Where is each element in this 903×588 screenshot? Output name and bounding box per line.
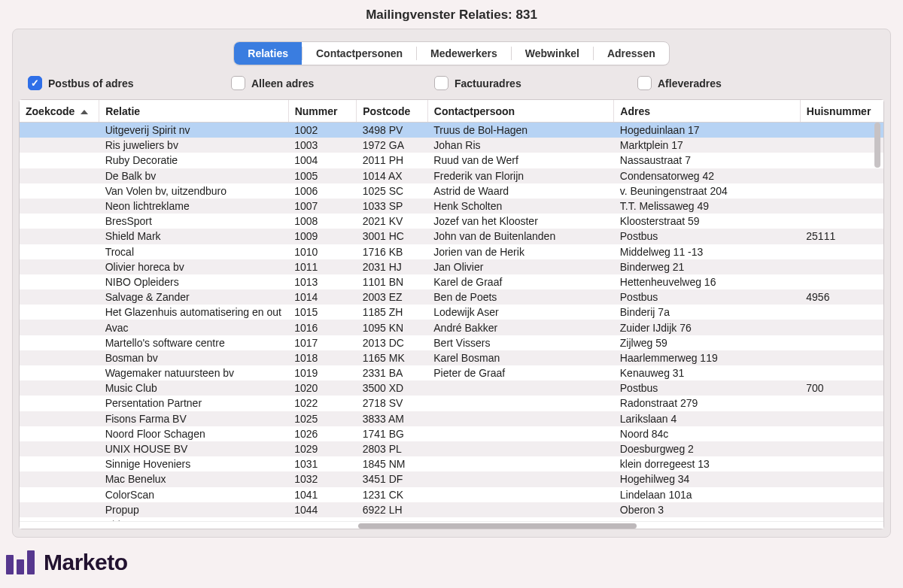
cell-contactpersoon: Ben de Poets	[427, 289, 614, 305]
filter-factuuradres[interactable]: Factuuradres	[434, 76, 637, 90]
tab-contactpersonen[interactable]: Contactpersonen	[303, 42, 416, 65]
table-row[interactable]: Avac10161095 KNAndré BakkerZuider IJdijk…	[20, 320, 883, 335]
cell-zoekcode	[20, 183, 99, 199]
cell-zoekcode	[20, 123, 99, 138]
table-row[interactable]: Shield Mark10093001 HCJohn van de Buiten…	[20, 229, 883, 244]
tab-medewerkers[interactable]: Medewerkers	[417, 42, 511, 65]
footer: Marketo	[0, 538, 903, 581]
col-header-adres[interactable]: Adres	[614, 100, 801, 123]
cell-contactpersoon	[427, 426, 614, 441]
cell-nummer: 1017	[288, 335, 357, 350]
cell-relatie: Wagemaker natuursteen bv	[99, 365, 289, 380]
table-row[interactable]: Propup10446922 LHOberon 3	[20, 502, 883, 517]
cell-postcode: 2003 EZ	[357, 289, 428, 305]
cell-relatie: De Balk bv	[99, 168, 289, 183]
table-row[interactable]: Fisons Farma BV10253833 AMLarikslaan 4	[20, 411, 883, 426]
cell-adres: Kenauweg 31	[614, 365, 801, 380]
col-header-postcode[interactable]: Postcode	[357, 100, 428, 123]
cell-contactpersoon: Jan Olivier	[427, 259, 614, 274]
table-scroll[interactable]: Zoekcode Relatie Nummer Postcode Contact…	[20, 100, 883, 521]
table-row[interactable]: Bosman bv10181165 MKKarel BosmanHaarlemm…	[20, 350, 883, 365]
checkbox-icon[interactable]	[637, 76, 652, 90]
cell-relatie: BresSport	[99, 214, 289, 229]
table-row[interactable]: Wagemaker natuursteen bv10192331 BAPiete…	[20, 365, 883, 380]
table-row[interactable]: De Balk bv10051014 AXFrederik van Florij…	[20, 168, 883, 183]
table-row[interactable]: Het Glazenhuis automatisering en out1015…	[20, 305, 883, 320]
vertical-scrollbar-track[interactable]	[874, 123, 880, 514]
cell-relatie: Martello's software centre	[99, 335, 289, 350]
table-row[interactable]: Trocal10101716 KBJorien van de HerikMidd…	[20, 244, 883, 259]
table-row[interactable]: NIBO Opleiders10131101 BNKarel de GraafH…	[20, 274, 883, 289]
cell-postcode: 1014 AX	[357, 168, 428, 183]
cell-nummer: 1041	[288, 487, 357, 502]
checkbox-icon[interactable]	[434, 76, 448, 90]
cell-zoekcode	[20, 229, 99, 244]
tab-adressen[interactable]: Adressen	[594, 42, 669, 65]
cell-nummer: 1044	[288, 502, 357, 517]
cell-contactpersoon: Truus de Bol-Hagen	[427, 123, 614, 138]
table-row[interactable]: Van Volen bv, uitzendburo10061025 SCAstr…	[20, 183, 883, 199]
filter-afleveradres[interactable]: Afleveradres	[637, 76, 722, 90]
tab-relaties[interactable]: Relaties	[234, 42, 302, 65]
cell-relatie: Neon lichtreklame	[99, 199, 289, 214]
cell-nummer: 1015	[288, 305, 357, 320]
cell-relatie: Trocal	[99, 244, 289, 259]
cell-adres: Doesburgweg 2	[614, 441, 801, 456]
col-header-nummer[interactable]: Nummer	[288, 100, 357, 123]
horizontal-scrollbar-thumb[interactable]	[358, 523, 637, 529]
col-header-zoekcode[interactable]: Zoekcode	[20, 100, 99, 123]
filter-postbus-of-adres[interactable]: Postbus of adres	[28, 76, 231, 90]
cell-contactpersoon: Pieter de Graaf	[427, 365, 614, 380]
cell-adres: Zuider IJdijk 76	[614, 320, 801, 335]
col-header-contactpersoon[interactable]: Contactpersoon	[427, 100, 614, 123]
checkbox-icon[interactable]	[231, 76, 245, 90]
table-row[interactable]: Music Club10203500 XDPostbus700	[20, 380, 883, 396]
table-row[interactable]: BresSport10082021 KVJozef van het Kloost…	[20, 214, 883, 229]
cell-zoekcode	[20, 365, 99, 380]
cell-zoekcode	[20, 396, 99, 411]
content-pane: RelatiesContactpersonenMedewerkersWebwin…	[12, 29, 891, 538]
vertical-scrollbar-thumb[interactable]	[874, 123, 880, 168]
cell-nummer: 1008	[288, 214, 357, 229]
cell-postcode: 6922 LH	[357, 502, 428, 517]
table-row[interactable]: Noord Floor Schagen10261741 BGNoord 84c	[20, 426, 883, 441]
checkbox-icon[interactable]	[28, 76, 42, 90]
cell-relatie: Van Volen bv, uitzendburo	[99, 183, 289, 199]
cell-huisnummer	[800, 305, 883, 320]
table-row[interactable]: Martello's software centre10172013 DCBer…	[20, 335, 883, 350]
relaties-table: Zoekcode Relatie Nummer Postcode Contact…	[20, 100, 883, 521]
cell-postcode: 1095 KN	[357, 320, 428, 335]
table-row[interactable]: Sinnige Hoveniers10311845 NMklein dorreg…	[20, 456, 883, 471]
cell-zoekcode	[20, 214, 99, 229]
table-row[interactable]: Uitgeverij Spirit nv10023498 PVTruus de …	[20, 123, 883, 138]
cell-huisnummer: 25111	[800, 229, 883, 244]
table-row[interactable]: Olivier horeca bv10112031 HJJan OlivierB…	[20, 259, 883, 274]
cell-nummer: 1003	[288, 138, 357, 153]
cell-adres: Zijlweg 59	[614, 335, 801, 350]
cell-postcode: 3451 DF	[357, 471, 428, 486]
cell-relatie: Noord Floor Schagen	[99, 426, 289, 441]
table-row[interactable]: ColorScan10411231 CKLindelaan 101a	[20, 487, 883, 502]
cell-relatie: Olivier horeca bv	[99, 259, 289, 274]
horizontal-scrollbar-track[interactable]	[20, 521, 883, 529]
cell-relatie: ColorScan	[99, 487, 289, 502]
table-row[interactable]: Ruby Decoratie10042011 PHRuud van de Wer…	[20, 153, 883, 168]
table-row[interactable]: Ris juweliers bv10031972 GAJohan RisMark…	[20, 138, 883, 153]
table-row[interactable]: Neon lichtreklame10071033 SPHenk Scholte…	[20, 199, 883, 214]
col-header-relatie[interactable]: Relatie	[99, 100, 289, 123]
table-row[interactable]: Salvage & Zander10142003 EZBen de PoetsP…	[20, 289, 883, 305]
cell-contactpersoon: Frederik van Florijn	[427, 168, 614, 183]
table-row[interactable]: Persentation Partner10222718 SVRadonstra…	[20, 396, 883, 411]
table-row[interactable]: Mac Benelux10323451 DFHogehilweg 34	[20, 471, 883, 486]
filter-alleen-adres[interactable]: Alleen adres	[231, 76, 434, 90]
cell-postcode: 1716 KB	[357, 244, 428, 259]
cell-adres: Oberon 3	[614, 502, 801, 517]
tab-webwinkel[interactable]: Webwinkel	[512, 42, 593, 65]
cell-nummer: 1014	[288, 289, 357, 305]
col-header-huisnummer[interactable]: Huisnummer	[800, 100, 883, 123]
filter-label: Postbus of adres	[48, 77, 134, 89]
cell-postcode: 2803 PL	[357, 441, 428, 456]
table-row[interactable]: UNIX HOUSE BV10292803 PLDoesburgweg 2	[20, 441, 883, 456]
cell-nummer: 1004	[288, 153, 357, 168]
cell-postcode: 3498 PV	[357, 123, 428, 138]
